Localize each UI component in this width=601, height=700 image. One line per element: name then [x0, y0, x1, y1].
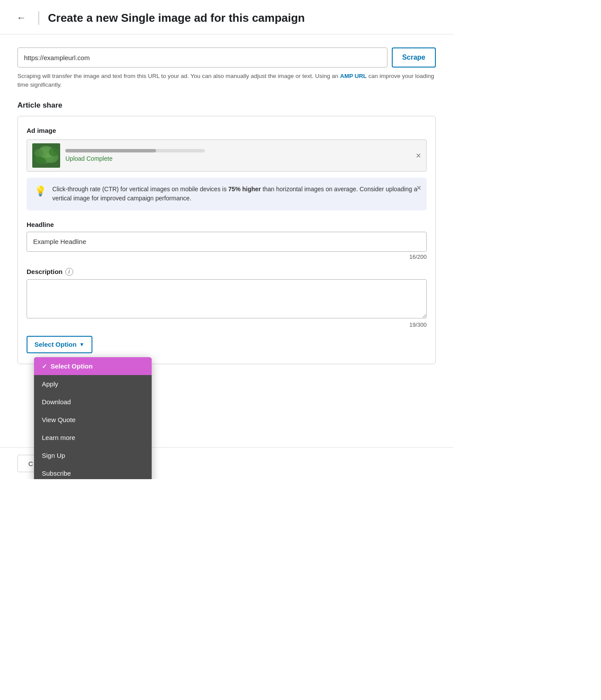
upload-info: Upload Complete [60, 149, 421, 162]
description-label-row: Description i [27, 268, 427, 276]
article-share-box: Ad image Upload Complete [17, 116, 436, 364]
dropdown-item-subscribe[interactable]: Subscribe [34, 464, 152, 479]
dropdown-item-label: Apply [42, 380, 58, 388]
dropdown-menu: ✓ Select Option Apply Download View Quot… [34, 357, 152, 479]
ad-image-label: Ad image [27, 127, 427, 134]
cta-select-button[interactable]: Select Option ▼ [27, 336, 92, 353]
headline-input[interactable] [27, 232, 427, 252]
description-textarea[interactable] [27, 279, 427, 318]
dropdown-item-apply[interactable]: Apply [34, 375, 152, 393]
thumbnail-image [32, 143, 60, 168]
dropdown-container: ✓ Select Option Apply Download View Quot… [34, 357, 152, 479]
description-info-icon: i [65, 268, 73, 276]
image-close-button[interactable]: × [416, 150, 421, 160]
progress-fill [65, 149, 156, 152]
back-button[interactable]: ← [13, 10, 30, 25]
svg-point-5 [34, 149, 43, 157]
scrape-button[interactable]: Scrape [392, 47, 436, 68]
dropdown-item-label: View Quote [42, 416, 75, 423]
article-share-title: Article share [17, 101, 436, 110]
description-label: Description [27, 268, 63, 275]
dropdown-item-label: Select Option [51, 362, 93, 370]
dropdown-item-learn-more[interactable]: Learn more [34, 429, 152, 446]
dropdown-item-sign-up[interactable]: Sign Up [34, 446, 152, 464]
svg-point-6 [49, 148, 59, 156]
amp-url-link[interactable]: AMP URL [340, 73, 367, 79]
description-char-count: 19/300 [27, 321, 427, 328]
upload-complete-label: Upload Complete [65, 155, 421, 162]
dropdown-item-label: Learn more [42, 434, 75, 441]
dropdown-item-label: Sign Up [42, 452, 65, 459]
main-content: Scrape Scraping will transfer the image … [0, 34, 453, 386]
scrape-hint: Scraping will transfer the image and tex… [17, 72, 436, 90]
headline-label: Headline [27, 221, 427, 228]
headline-char-count: 16/200 [27, 254, 427, 260]
progress-bar [65, 149, 205, 152]
ctr-tip-text: Click-through rate (CTR) for vertical im… [52, 185, 419, 203]
ctr-tip-close-button[interactable]: × [416, 183, 421, 193]
cta-select-label: Select Option [34, 341, 77, 348]
dropdown-item-download[interactable]: Download [34, 393, 152, 411]
ctr-tip-box: 💡 Click-through rate (CTR) for vertical … [27, 178, 427, 210]
dropdown-item-select-option[interactable]: ✓ Select Option [34, 357, 152, 375]
chevron-down-icon: ▼ [79, 342, 85, 348]
dropdown-item-label: Subscribe [42, 470, 71, 477]
dropdown-item-view-quote[interactable]: View Quote [34, 411, 152, 429]
lightbulb-icon: 💡 [34, 186, 46, 197]
cta-row: Select Option ▼ [27, 336, 427, 353]
page-header: ← Create a new Single image ad for this … [0, 0, 453, 34]
page-title: Create a new Single image ad for this ca… [38, 11, 305, 25]
url-row: Scrape [17, 47, 436, 68]
dropdown-item-label: Download [42, 398, 71, 406]
ad-thumbnail [32, 143, 60, 168]
check-icon: ✓ [42, 363, 47, 370]
image-upload-row: Upload Complete × [27, 139, 427, 172]
url-input[interactable] [17, 47, 387, 68]
